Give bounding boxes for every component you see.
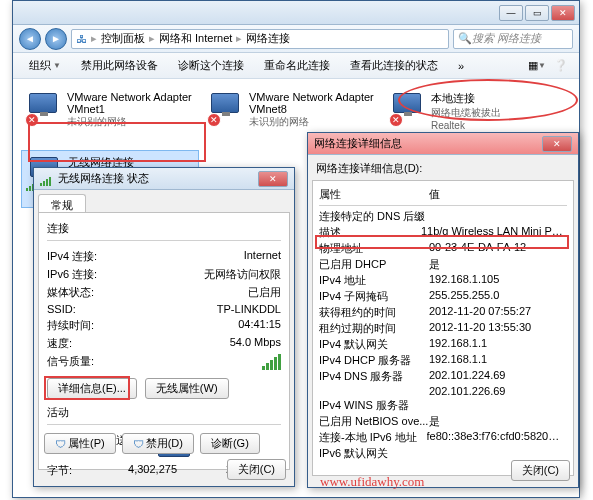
dialog-titlebar: 网络连接详细信息 ✕ [308, 133, 578, 155]
detail-row[interactable]: 连接特定的 DNS 后缀 [319, 209, 567, 224]
detail-label: IPv4 默认网关 [319, 337, 429, 352]
sent-value: 4,302,275 [97, 463, 177, 478]
adapter-icon: ✕ [207, 91, 243, 127]
row-label: 媒体状态: [47, 285, 152, 300]
detail-row[interactable]: 租约过期的时间2012-11-20 13:55:30 [319, 321, 567, 336]
detail-value: 192.168.1.1 [429, 337, 487, 352]
close-button[interactable]: ✕ [542, 136, 572, 152]
row-label: IPv4 连接: [47, 249, 152, 264]
detail-row[interactable]: 连接-本地 IPv6 地址fe80::38e3:f76:cfd0:5820%13 [319, 430, 567, 445]
col-header[interactable]: 值 [429, 187, 440, 202]
detail-value: 192.168.1.105 [429, 273, 499, 288]
row-label: 信号质量: [47, 354, 152, 372]
col-header[interactable]: 属性 [319, 187, 429, 202]
details-list: 属性值 连接特定的 DNS 后缀描述11b/g Wireless LAN Min… [312, 180, 574, 476]
detail-label: 已启用 NetBIOS ove... [319, 414, 429, 429]
forward-button[interactable]: ► [45, 28, 67, 50]
close-button[interactable]: 关闭(C) [227, 459, 286, 480]
detail-label: IPv4 DNS 服务器 [319, 369, 429, 384]
diagnose-button[interactable]: 诊断这个连接 [170, 55, 252, 76]
adapter-name: VMware Network Adapter VMnet1 [67, 91, 195, 115]
detail-value: 是 [429, 414, 440, 429]
detail-value: 192.168.1.1 [429, 353, 487, 368]
group-label: 连接 [47, 221, 281, 236]
close-button[interactable]: ✕ [551, 5, 575, 21]
close-button[interactable]: ✕ [258, 171, 288, 187]
network-icon: 🖧 [76, 33, 87, 45]
more-button[interactable]: » [450, 57, 472, 75]
detail-label: 已启用 DHCP [319, 257, 429, 272]
detail-row[interactable]: IPv4 地址192.168.1.105 [319, 273, 567, 288]
subtitle: 网络连接详细信息(D): [308, 155, 578, 176]
detail-label: 连接特定的 DNS 后缀 [319, 209, 429, 224]
row-label: 速度: [47, 336, 152, 351]
detail-value: 是 [429, 257, 440, 272]
properties-button[interactable]: 🛡属性(P) [44, 433, 116, 454]
detail-label: IPv4 子网掩码 [319, 289, 429, 304]
adapter-icon: ✕ [389, 91, 425, 127]
rename-button[interactable]: 重命名此连接 [256, 55, 338, 76]
breadcrumb-item[interactable]: 网络连接 [246, 31, 290, 46]
breadcrumb-item[interactable]: 网络和 Internet [159, 31, 232, 46]
detail-label: IPv6 默认网关 [319, 446, 429, 461]
annotation-box [315, 235, 569, 249]
detail-row[interactable]: IPv6 默认网关 [319, 446, 567, 461]
diagnose-button[interactable]: 诊断(G) [200, 433, 260, 454]
row-value: 54.0 Mbps [230, 336, 281, 351]
detail-row[interactable]: 已启用 DHCP是 [319, 257, 567, 272]
view-icon[interactable]: ▦▼ [527, 56, 547, 76]
minimize-button[interactable]: — [499, 5, 523, 21]
details-dialog: 网络连接详细信息 ✕ 网络连接详细信息(D): 属性值 连接特定的 DNS 后缀… [307, 132, 579, 488]
view-status-button[interactable]: 查看此连接的状态 [342, 55, 446, 76]
detail-value: 2012-11-20 13:55:30 [429, 321, 531, 336]
detail-value: fe80::38e3:f76:cfd0:5820%13 [427, 430, 567, 445]
address-bar: ◄ ► 🖧 ▸ 控制面板 ▸ 网络和 Internet ▸ 网络连接 🔍 搜索 … [13, 25, 579, 53]
row-value: 已启用 [248, 285, 281, 300]
detail-row[interactable]: IPv4 默认网关192.168.1.1 [319, 337, 567, 352]
detail-row[interactable]: IPv4 DNS 服务器202.101.224.69 [319, 369, 567, 384]
detail-value: 202.101.226.69 [429, 385, 505, 397]
search-icon: 🔍 [458, 32, 472, 45]
tab-general[interactable]: 常规 [38, 194, 86, 212]
row-label: IPv6 连接: [47, 267, 152, 282]
maximize-button[interactable]: ▭ [525, 5, 549, 21]
panel-general: 连接 IPv4 连接:Internet IPv6 连接:无网络访问权限 媒体状态… [38, 212, 290, 470]
detail-row[interactable]: IPv4 子网掩码255.255.255.0 [319, 289, 567, 304]
breadcrumb[interactable]: 🖧 ▸ 控制面板 ▸ 网络和 Internet ▸ 网络连接 [71, 29, 449, 49]
group-label: 活动 [47, 405, 281, 420]
adapter-status: 未识别的网络 [249, 115, 377, 129]
detail-row[interactable]: IPv4 DHCP 服务器192.168.1.1 [319, 353, 567, 368]
detail-value: 2012-11-20 07:55:27 [429, 305, 531, 320]
search-input[interactable]: 🔍 搜索 网络连接 [453, 29, 573, 49]
close-button[interactable]: 关闭(C) [511, 460, 570, 481]
detail-row[interactable]: 202.101.226.69 [319, 385, 567, 397]
dialog-title: 无线网络连接 状态 [58, 171, 149, 186]
status-dialog: 无线网络连接 状态 ✕ 常规 连接 IPv4 连接:Internet IPv6 … [33, 167, 295, 487]
dialog-title: 网络连接详细信息 [314, 136, 402, 151]
row-label: SSID: [47, 303, 152, 315]
breadcrumb-item[interactable]: 控制面板 [101, 31, 145, 46]
help-icon[interactable]: ❔ [551, 56, 571, 76]
detail-row[interactable]: 已启用 NetBIOS ove...是 [319, 414, 567, 429]
disable-button[interactable]: 🛡禁用(D) [122, 433, 194, 454]
organize-menu[interactable]: 组织▼ [21, 55, 69, 76]
search-placeholder: 搜索 网络连接 [472, 31, 541, 46]
detail-row[interactable]: 获得租约的时间2012-11-20 07:55:27 [319, 305, 567, 320]
detail-value: 202.101.224.69 [429, 369, 505, 384]
adapter-name: VMware Network Adapter VMnet8 [249, 91, 377, 115]
row-label: 持续时间: [47, 318, 152, 333]
disable-device-button[interactable]: 禁用此网络设备 [73, 55, 166, 76]
back-button[interactable]: ◄ [19, 28, 41, 50]
adapter-name: 本地连接 [431, 91, 559, 106]
detail-label: IPv4 地址 [319, 273, 429, 288]
detail-label: 连接-本地 IPv6 地址 [319, 430, 427, 445]
detail-row[interactable]: IPv4 WINS 服务器 [319, 398, 567, 413]
wireless-props-button[interactable]: 无线属性(W) [145, 378, 229, 399]
row-value: 04:41:15 [238, 318, 281, 333]
detail-label: 获得租约的时间 [319, 305, 429, 320]
toolbar: 组织▼ 禁用此网络设备 诊断这个连接 重命名此连接 查看此连接的状态 » ▦▼ … [13, 53, 579, 79]
bytes-label: 字节: [47, 463, 97, 478]
signal-icon [40, 172, 54, 186]
detail-label: 租约过期的时间 [319, 321, 429, 336]
row-value: TP-LINKDDL [217, 303, 281, 315]
